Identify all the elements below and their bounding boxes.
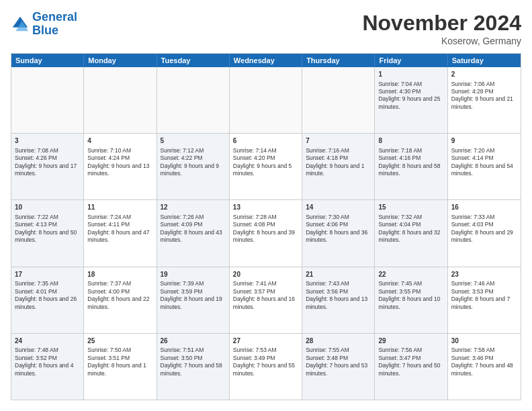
- calendar-row-1: 3Sunrise: 7:08 AM Sunset: 4:26 PM Daylig…: [11, 133, 521, 199]
- cell-info: Sunrise: 7:58 AM Sunset: 3:46 PM Dayligh…: [451, 347, 517, 377]
- day-number: 12: [161, 203, 226, 212]
- cal-cell-1-0: 3Sunrise: 7:08 AM Sunset: 4:26 PM Daylig…: [11, 134, 84, 199]
- calendar-body: 1Sunrise: 7:04 AM Sunset: 4:30 PM Daylig…: [11, 67, 521, 400]
- day-number: 25: [87, 336, 152, 346]
- day-number: 9: [451, 136, 517, 146]
- cell-info: Sunrise: 7:39 AM Sunset: 3:59 PM Dayligh…: [161, 280, 226, 311]
- cal-cell-4-5: 29Sunrise: 7:56 AM Sunset: 3:47 PM Dayli…: [375, 334, 447, 400]
- logo-line1: General: [32, 10, 77, 24]
- cal-cell-2-6: 16Sunrise: 7:33 AM Sunset: 4:03 PM Dayli…: [448, 200, 521, 266]
- cal-cell-0-5: 1Sunrise: 7:04 AM Sunset: 4:30 PM Daylig…: [375, 67, 447, 133]
- cal-cell-2-0: 10Sunrise: 7:22 AM Sunset: 4:13 PM Dayli…: [11, 200, 84, 266]
- calendar-row-0: 1Sunrise: 7:04 AM Sunset: 4:30 PM Daylig…: [11, 67, 521, 133]
- header-tuesday: Tuesday: [157, 54, 230, 67]
- day-number: 30: [451, 336, 517, 346]
- cell-info: Sunrise: 7:51 AM Sunset: 3:50 PM Dayligh…: [161, 347, 226, 377]
- cell-info: Sunrise: 7:56 AM Sunset: 3:47 PM Dayligh…: [378, 347, 443, 377]
- cal-cell-1-2: 5Sunrise: 7:12 AM Sunset: 4:22 PM Daylig…: [157, 134, 230, 199]
- logo-line2: Blue: [32, 24, 58, 37]
- cal-cell-3-3: 20Sunrise: 7:41 AM Sunset: 3:57 PM Dayli…: [230, 267, 302, 333]
- cell-info: Sunrise: 7:16 AM Sunset: 4:18 PM Dayligh…: [306, 147, 371, 178]
- cell-info: Sunrise: 7:37 AM Sunset: 4:00 PM Dayligh…: [87, 280, 152, 311]
- cal-cell-4-3: 27Sunrise: 7:53 AM Sunset: 3:49 PM Dayli…: [230, 334, 302, 400]
- cal-cell-1-6: 9Sunrise: 7:20 AM Sunset: 4:14 PM Daylig…: [448, 134, 521, 199]
- cal-cell-3-1: 18Sunrise: 7:37 AM Sunset: 4:00 PM Dayli…: [84, 267, 157, 333]
- cal-cell-4-6: 30Sunrise: 7:58 AM Sunset: 3:46 PM Dayli…: [448, 334, 521, 400]
- cal-cell-2-2: 12Sunrise: 7:26 AM Sunset: 4:09 PM Dayli…: [157, 200, 230, 266]
- header-friday: Friday: [375, 54, 447, 67]
- cal-cell-3-5: 22Sunrise: 7:45 AM Sunset: 3:55 PM Dayli…: [375, 267, 447, 333]
- day-number: 23: [451, 270, 517, 279]
- cell-info: Sunrise: 7:08 AM Sunset: 4:26 PM Dayligh…: [15, 147, 80, 178]
- cell-info: Sunrise: 7:26 AM Sunset: 4:09 PM Dayligh…: [161, 214, 226, 244]
- cell-info: Sunrise: 7:50 AM Sunset: 3:51 PM Dayligh…: [87, 347, 152, 377]
- cal-cell-4-1: 25Sunrise: 7:50 AM Sunset: 3:51 PM Dayli…: [84, 334, 157, 400]
- cal-cell-4-0: 24Sunrise: 7:48 AM Sunset: 3:52 PM Dayli…: [11, 334, 84, 400]
- day-number: 3: [15, 136, 80, 146]
- cal-cell-0-1: [84, 67, 157, 133]
- cell-info: Sunrise: 7:04 AM Sunset: 4:30 PM Dayligh…: [378, 81, 443, 111]
- day-number: 24: [15, 336, 80, 346]
- cal-cell-3-2: 19Sunrise: 7:39 AM Sunset: 3:59 PM Dayli…: [157, 267, 230, 333]
- cal-cell-0-4: [302, 67, 375, 133]
- day-number: 20: [233, 270, 298, 279]
- cell-info: Sunrise: 7:12 AM Sunset: 4:22 PM Dayligh…: [161, 147, 226, 178]
- cal-cell-3-0: 17Sunrise: 7:35 AM Sunset: 4:01 PM Dayli…: [11, 267, 84, 333]
- cal-cell-3-6: 23Sunrise: 7:46 AM Sunset: 3:53 PM Dayli…: [448, 267, 521, 333]
- cal-cell-4-2: 26Sunrise: 7:51 AM Sunset: 3:50 PM Dayli…: [157, 334, 230, 400]
- cell-info: Sunrise: 7:20 AM Sunset: 4:14 PM Dayligh…: [451, 147, 517, 178]
- cal-cell-1-3: 6Sunrise: 7:14 AM Sunset: 4:20 PM Daylig…: [230, 134, 302, 199]
- cell-info: Sunrise: 7:24 AM Sunset: 4:11 PM Dayligh…: [87, 214, 152, 244]
- calendar-header: Sunday Monday Tuesday Wednesday Thursday…: [11, 54, 521, 67]
- cell-info: Sunrise: 7:33 AM Sunset: 4:03 PM Dayligh…: [451, 214, 517, 244]
- day-number: 15: [378, 203, 443, 212]
- cal-cell-0-2: [157, 67, 230, 133]
- cal-cell-2-5: 15Sunrise: 7:32 AM Sunset: 4:04 PM Dayli…: [375, 200, 447, 266]
- cell-info: Sunrise: 7:35 AM Sunset: 4:01 PM Dayligh…: [15, 280, 80, 311]
- header-saturday: Saturday: [448, 54, 521, 67]
- cell-info: Sunrise: 7:46 AM Sunset: 3:53 PM Dayligh…: [451, 280, 517, 311]
- day-number: 16: [451, 203, 517, 212]
- day-number: 26: [161, 336, 226, 346]
- day-number: 19: [161, 270, 226, 279]
- day-number: 21: [306, 270, 371, 279]
- day-number: 10: [15, 203, 80, 212]
- day-number: 18: [87, 270, 152, 279]
- cal-cell-0-0: [11, 67, 84, 133]
- location: Koserow, Germany: [362, 36, 521, 46]
- day-number: 13: [233, 203, 298, 212]
- cell-info: Sunrise: 7:14 AM Sunset: 4:20 PM Dayligh…: [233, 147, 298, 178]
- cell-info: Sunrise: 7:18 AM Sunset: 4:16 PM Dayligh…: [378, 147, 443, 178]
- calendar-row-4: 24Sunrise: 7:48 AM Sunset: 3:52 PM Dayli…: [11, 333, 521, 400]
- calendar: Sunday Monday Tuesday Wednesday Thursday…: [11, 53, 521, 400]
- day-number: 6: [233, 136, 298, 146]
- cal-cell-2-3: 13Sunrise: 7:28 AM Sunset: 4:08 PM Dayli…: [230, 200, 302, 266]
- header-sunday: Sunday: [11, 54, 84, 67]
- cal-cell-1-4: 7Sunrise: 7:16 AM Sunset: 4:18 PM Daylig…: [302, 134, 375, 199]
- cell-info: Sunrise: 7:10 AM Sunset: 4:24 PM Dayligh…: [87, 147, 152, 178]
- cell-info: Sunrise: 7:28 AM Sunset: 4:08 PM Dayligh…: [233, 214, 298, 244]
- day-number: 5: [161, 136, 226, 146]
- cal-cell-0-6: 2Sunrise: 7:06 AM Sunset: 4:28 PM Daylig…: [448, 67, 521, 133]
- day-number: 2: [451, 70, 517, 79]
- day-number: 29: [378, 336, 443, 346]
- cell-info: Sunrise: 7:32 AM Sunset: 4:04 PM Dayligh…: [378, 214, 443, 244]
- day-number: 17: [15, 270, 80, 279]
- header-monday: Monday: [84, 54, 157, 67]
- title-block: November 2024 Koserow, Germany: [362, 11, 521, 46]
- cal-cell-2-1: 11Sunrise: 7:24 AM Sunset: 4:11 PM Dayli…: [84, 200, 157, 266]
- calendar-row-2: 10Sunrise: 7:22 AM Sunset: 4:13 PM Dayli…: [11, 199, 521, 266]
- cal-cell-4-4: 28Sunrise: 7:55 AM Sunset: 3:48 PM Dayli…: [302, 334, 375, 400]
- cell-info: Sunrise: 7:22 AM Sunset: 4:13 PM Dayligh…: [15, 214, 80, 244]
- day-number: 22: [378, 270, 443, 279]
- cal-cell-2-4: 14Sunrise: 7:30 AM Sunset: 4:06 PM Dayli…: [302, 200, 375, 266]
- day-number: 11: [87, 203, 152, 212]
- day-number: 14: [306, 203, 371, 212]
- day-number: 1: [378, 70, 443, 79]
- cell-info: Sunrise: 7:53 AM Sunset: 3:49 PM Dayligh…: [233, 347, 298, 377]
- day-number: 27: [233, 336, 298, 346]
- month-title: November 2024: [362, 11, 521, 36]
- cal-cell-1-1: 4Sunrise: 7:10 AM Sunset: 4:24 PM Daylig…: [84, 134, 157, 199]
- cell-info: Sunrise: 7:48 AM Sunset: 3:52 PM Dayligh…: [15, 347, 80, 377]
- logo-icon: [11, 15, 30, 34]
